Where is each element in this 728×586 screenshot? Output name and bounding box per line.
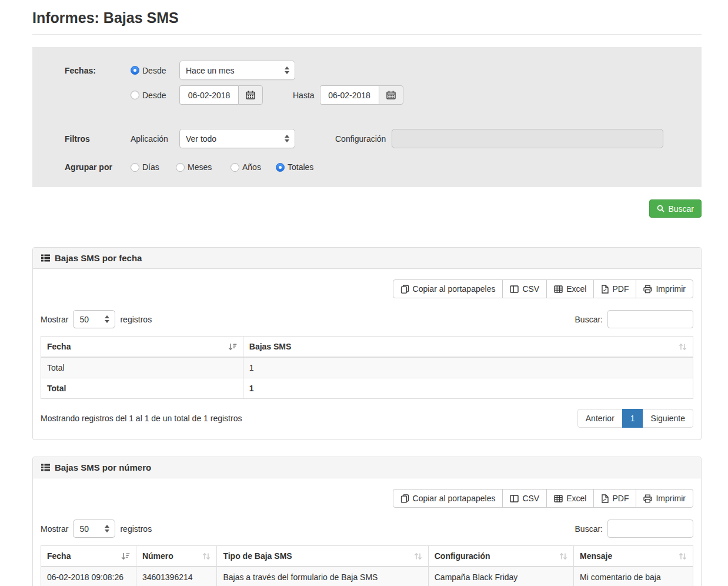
records-label: registros [120,524,152,534]
fechas-label: Fechas: [65,66,131,75]
excel-button[interactable]: Excel [546,489,594,508]
select-arrows-icon [285,135,289,142]
csv-button-label: CSV [522,494,539,503]
column-header-tipo[interactable]: Tipo de Baja SMS [217,546,428,567]
csv-icon [510,285,519,293]
print-button[interactable]: Imprimir [636,489,693,508]
title-divider [32,34,702,35]
panel-heading: Bajas SMS por fecha [33,248,701,269]
hasta-calendar-button[interactable] [379,85,403,105]
agrupar-option-totales[interactable]: Totales [276,162,313,172]
column-header-fecha[interactable]: Fecha [41,546,136,567]
agrupar-option-dias[interactable]: Días [131,162,176,172]
desde-custom-radio[interactable]: Desde [131,91,179,100]
agrupar-option-anos[interactable]: Años [231,162,276,172]
desde-calendar-button[interactable] [238,85,263,105]
cell-mensaje: Mi comentario de baja [574,567,693,586]
panel-bajas-por-numero: Bajas SMS por número Copiar al portapape… [32,457,702,586]
table-search-input[interactable] [607,520,693,538]
csv-button[interactable]: CSV [502,279,547,298]
radio-icon[interactable] [131,91,139,99]
copy-button-label: Copiar al portapapeles [413,494,496,503]
page-length-control: Mostrar 50 registros [41,520,152,538]
pdf-button[interactable]: PDF [593,489,636,508]
radio-icon[interactable] [231,163,239,172]
configuracion-label: Configuración [335,134,386,144]
sort-desc-icon [121,552,130,560]
copy-button[interactable]: Copiar al portapapeles [393,489,503,508]
column-header-mensaje[interactable]: Mensaje [574,546,693,567]
column-header-fecha[interactable]: Fecha [41,337,243,358]
copy-button[interactable]: Copiar al portapapeles [393,279,503,298]
buscar-row: Buscar [32,199,702,218]
pdf-button[interactable]: PDF [593,279,636,298]
aplicacion-select[interactable]: Ver todo [179,129,295,148]
configuracion-input [392,129,663,148]
radio-icon[interactable] [176,163,185,172]
sort-desc-icon [228,343,237,351]
pagination: Anterior 1 Siguiente [577,409,693,428]
excel-button-label: Excel [566,494,586,503]
column-header-numero[interactable]: Número [136,546,217,567]
column-header-bajas-sms[interactable]: Bajas SMS [243,337,693,358]
column-header-configuracion[interactable]: Configuración [428,546,573,567]
export-toolbar: Copiar al portapapeles CSV Excel PDF [41,489,693,508]
print-button[interactable]: Imprimir [636,279,693,298]
table-info: Mostrando registros del 1 al 1 de un tot… [41,414,242,423]
desde-preset-radio[interactable]: Desde [131,66,179,75]
pagination-next[interactable]: Siguiente [643,409,693,428]
filtros-row: Filtros Aplicación Ver todo Configuració… [65,129,702,148]
radio-icon[interactable] [131,163,139,172]
agrupar-option-meses[interactable]: Meses [176,162,231,172]
cell-configuracion: Campaña Black Friday [428,567,573,586]
filtros-label: Filtros [65,134,131,144]
table-header-row: Fecha Bajas SMS [41,337,693,358]
page-title: Informes: Bajas SMS [32,0,702,26]
table-header-row: Fecha Número Tipo de Baja SMS Configurac… [41,546,693,567]
excel-button[interactable]: Excel [546,279,594,298]
table-info-row: Mostrando registros del 1 al 1 de un tot… [41,409,693,428]
copy-icon [400,494,409,503]
bajas-por-numero-table: Fecha Número Tipo de Baja SMS Configurac… [41,545,693,586]
calendar-icon [246,91,255,99]
cell-tipo: Bajas a través del formulario de Baja SM… [217,567,428,586]
agrupar-option-label: Años [242,162,261,172]
sort-both-icon [679,552,687,560]
cell-bajas: 1 [243,357,693,378]
agrupar-option-label: Meses [188,162,212,172]
desde-date-input[interactable] [179,85,238,105]
sort-both-icon [679,343,687,351]
csv-button[interactable]: CSV [502,489,547,508]
export-toolbar: Copiar al portapapeles CSV Excel PDF [41,279,693,298]
agrupar-option-label: Días [142,162,159,172]
pdf-button-label: PDF [612,284,629,294]
table-footer-row: Total 1 [41,378,693,399]
sort-both-icon [559,552,567,560]
pdf-button-label: PDF [612,494,629,503]
excel-icon [554,495,563,502]
table-search-control: Buscar: [575,310,693,328]
desde-preset-select[interactable]: Hace un mes [179,61,295,80]
page-length-value: 50 [79,524,100,534]
radio-icon[interactable] [276,163,285,172]
page-length-select[interactable]: 50 [73,310,115,328]
table-row: Total 1 [41,357,693,378]
sort-both-icon [414,552,422,560]
select-arrows-icon [105,525,109,532]
agrupar-label: Agrupar por [65,162,131,172]
page-length-select[interactable]: 50 [73,520,115,538]
pagination-previous[interactable]: Anterior [577,409,623,428]
table-search-control: Buscar: [575,520,693,538]
radio-icon[interactable] [131,66,139,75]
desde-preset-radio-label: Desde [142,66,166,75]
table-controls: Mostrar 50 registros Buscar: [41,310,693,328]
sort-both-icon [202,552,211,560]
pagination-page-1[interactable]: 1 [622,409,643,428]
printer-icon [643,494,652,503]
table-search-input[interactable] [607,310,693,328]
panel-body: Copiar al portapapeles CSV Excel PDF [33,478,701,586]
agrupar-options: Días Meses Años Totales [131,162,313,172]
hasta-date-input[interactable] [320,85,379,105]
search-icon [657,205,664,212]
buscar-button[interactable]: Buscar [649,199,702,218]
